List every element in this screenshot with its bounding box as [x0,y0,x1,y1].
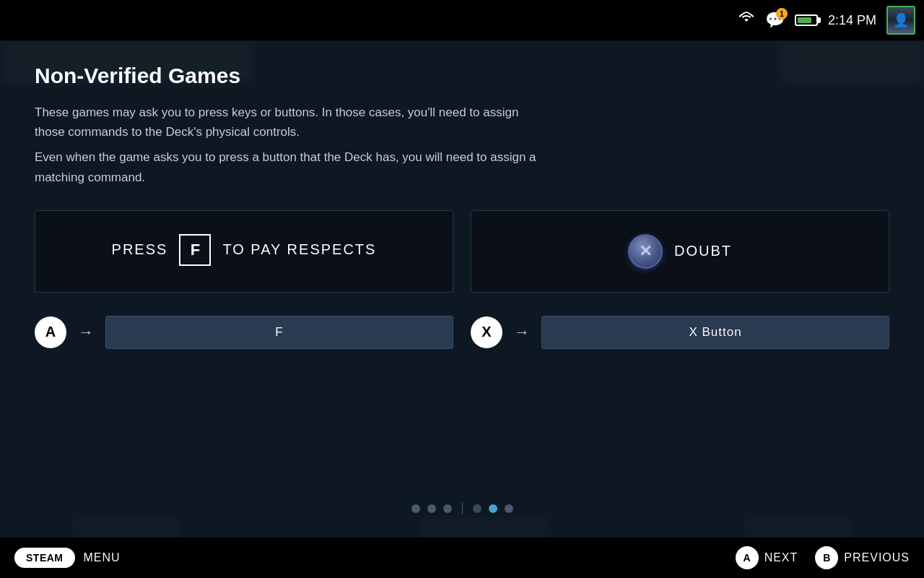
page-dot-3 [443,504,452,513]
bottombar-right: A NEXT B PREVIOUS [736,546,910,569]
card-doubt: ✕ DOUBT [471,210,889,293]
description-1: These games may ask you to press keys or… [35,103,540,142]
page-dot-separator [462,503,463,514]
assign-x-button[interactable]: X Button [541,316,889,349]
bottombar: STEAM MENU A NEXT B PREVIOUS [0,538,924,578]
bottombar-left: STEAM MENU [14,548,121,568]
main-content: Non-Verified Games These games may ask y… [0,40,924,538]
to-pay-respects-label: TO PAY RESPECTS [222,241,376,258]
steam-button[interactable]: STEAM [14,548,75,568]
next-a-button[interactable]: A [736,546,759,569]
arrow-icon-left: → [78,323,94,342]
notification-badge: 1 [776,8,788,20]
page-title: Non-Verified Games [35,64,889,88]
page-dot-6 [505,504,513,513]
assignment-row: A → F X → X Button [35,313,889,352]
next-label: NEXT [764,551,798,564]
x-button-icon: ✕ [628,234,663,269]
assign-a-circle: A [35,316,66,348]
avatar[interactable]: 👤 [886,6,915,35]
prev-label: PREVIOUS [844,551,910,564]
page-dot-4 [473,504,481,513]
topbar: 💬 1 2:14 PM 👤 [0,0,924,40]
avatar-image: 👤 [888,7,914,33]
assignment-item-x: X → X Button [471,313,889,352]
assign-x-circle: X [471,316,502,348]
description-2: Even when the game asks you to press a b… [35,147,540,186]
press-label: PRESS [112,241,168,258]
f-key: F [179,234,211,266]
prev-action: B PREVIOUS [815,546,910,569]
doubt-label: DOUBT [674,243,732,259]
assign-f-button[interactable]: F [105,316,453,349]
wifi-icon [738,10,755,31]
pagination [35,488,889,514]
next-action: A NEXT [736,546,798,569]
arrow-icon-right: → [514,323,530,342]
card-press-f: PRESS F TO PAY RESPECTS [35,210,453,293]
assignment-item-f: A → F [35,313,453,352]
battery-icon [795,14,818,26]
notification-icon[interactable]: 💬 1 [765,11,785,30]
page-dot-1 [411,504,420,513]
card-content-right: ✕ DOUBT [471,211,889,292]
menu-label: MENU [84,551,121,564]
card-content-left: PRESS F TO PAY RESPECTS [35,211,453,289]
page-dot-2 [427,504,436,513]
page-dot-5 [489,504,497,513]
prev-b-button[interactable]: B [815,546,838,569]
topbar-time: 2:14 PM [828,13,876,28]
cards-row: PRESS F TO PAY RESPECTS ✕ DOUBT [35,210,889,293]
